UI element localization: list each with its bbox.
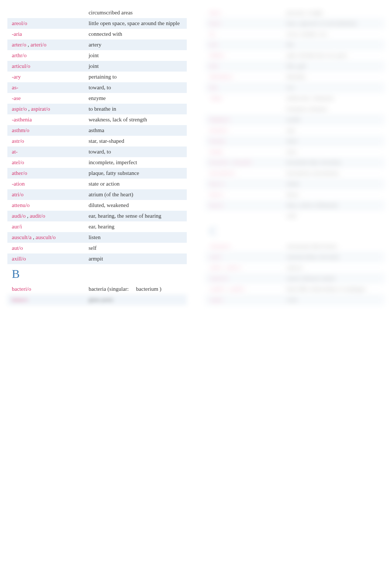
entry-terms: bronch/o , bronch/i: [210, 159, 286, 166]
entry-definition: asthma: [89, 127, 182, 134]
glossary-entry: atel/oincomplete, imperfect: [7, 157, 187, 168]
term-link[interactable]: arter/o: [12, 42, 26, 48]
term-link[interactable]: bronch/i: [234, 159, 252, 165]
term-link[interactable]: -ation: [12, 181, 25, 187]
entry-definition: weakness, lack of strength: [89, 117, 182, 123]
entry-definition: star, star-shaped: [89, 138, 182, 144]
term-link[interactable]: -ase: [12, 95, 21, 101]
entry-terms: asthm/o: [12, 127, 89, 134]
term-link[interactable]: bacteri/o: [12, 286, 31, 292]
term-link[interactable]: brachy-: [210, 138, 227, 144]
term-link[interactable]: asthm/o: [12, 127, 30, 133]
entry-terms: blephar/o: [210, 117, 286, 123]
entry-terms: -aria: [12, 31, 89, 37]
glossary-entry: bucc/ocheek: [205, 179, 385, 189]
term-link[interactable]: bin-: [210, 84, 219, 90]
term-link[interactable]: atel/o: [12, 159, 24, 165]
term-link[interactable]: bil/i: [210, 63, 219, 69]
term-link[interactable]: bronchiol/o: [210, 170, 235, 176]
term-link[interactable]: burs/o: [210, 192, 224, 197]
entry-terms: burs/o: [210, 192, 286, 198]
glossary-entry: bi/olife: [205, 39, 385, 50]
term-link[interactable]: aur/i: [12, 224, 22, 230]
section-letter-b: B: [7, 264, 187, 284]
entry-definition: heart (Bls relationship to esophagus: [286, 286, 380, 292]
term-link[interactable]: axill/o: [12, 256, 26, 262]
glossary-entry: audi/o , audit/oear, hearing, the sense …: [7, 211, 187, 221]
entry-definition: armpit: [89, 256, 182, 262]
term-link[interactable]: bar/o: [210, 10, 221, 15]
term-link[interactable]: calcane/o: [210, 243, 231, 249]
term-link[interactable]: audi/o: [12, 213, 26, 219]
term-link[interactable]: arteri/o: [30, 42, 46, 48]
term-link[interactable]: bas/o: [210, 20, 221, 26]
entry-terms: -ase: [12, 95, 89, 101]
entry-terms: bil/i: [210, 63, 286, 69]
entry-definition: joint: [89, 52, 182, 59]
term-link[interactable]: aspirat/o: [31, 106, 50, 112]
term-link[interactable]: bilirubin/o: [210, 74, 233, 80]
term-link[interactable]: cardi/a: [229, 286, 244, 292]
term-link[interactable]: areol/o: [12, 20, 27, 26]
term-link[interactable]: as-: [12, 84, 18, 90]
entry-definition: twice, double, two: [286, 31, 380, 37]
term-link[interactable]: byss/o: [210, 202, 224, 208]
entry-definition: bile, gall: [286, 63, 380, 69]
term-link[interactable]: carp/o: [210, 297, 223, 303]
term-link[interactable]: -blast: [210, 95, 222, 101]
term-link[interactable]: auscult/o: [36, 234, 56, 240]
term-link[interactable]: arthr/o: [12, 52, 27, 58]
entry-terms: at-: [12, 149, 89, 155]
glossary-entry: bil/ibile, gall: [205, 61, 385, 72]
entry-definition: little open space, space around the nipp…: [89, 20, 182, 27]
term-link[interactable]: bi-: [210, 31, 216, 37]
term-link[interactable]: balan/o: [12, 297, 28, 303]
term-link[interactable]: cardi/o: [210, 286, 225, 292]
term-link[interactable]: cancer/o: [210, 275, 228, 281]
term-link[interactable]: bucc/o: [210, 181, 224, 187]
entry-definition: diluted, weakened: [89, 202, 182, 208]
entry-definition: pressure, weight: [286, 10, 380, 16]
glossary-entry: bifid/osplit, divided into two parts: [205, 50, 385, 61]
glossary-entry: aur/iear, hearing: [7, 221, 187, 232]
term-link[interactable]: ather/o: [12, 170, 27, 176]
glossary-entry: articul/ojoint: [7, 61, 187, 72]
term-link[interactable]: astr/o: [12, 138, 24, 144]
entry-definition: incomplete, imperfect: [89, 159, 182, 166]
entry-terms: axill/o: [12, 256, 89, 262]
term-link[interactable]: aut/o: [12, 245, 23, 251]
entry-terms: aspir/o , aspirat/o: [12, 106, 89, 112]
glossary-entry: bronch/o , bronch/ibronchial tube, bronc…: [205, 157, 385, 168]
term-link[interactable]: at-: [12, 149, 18, 155]
term-link[interactable]: atri/o: [12, 192, 24, 197]
entry-definition: calcium (lime, the heel): [286, 254, 380, 260]
glossary-entry: areol/olittle open space, space around t…: [7, 18, 187, 29]
entry-definition: to breathe in: [89, 106, 182, 112]
term-link[interactable]: aspir/o: [12, 106, 27, 112]
term-link[interactable]: bifid/o: [210, 52, 224, 58]
term-link[interactable]: brachi/o: [210, 127, 228, 133]
term-link[interactable]: auscult/a: [12, 234, 31, 240]
glossary-entry: as-toward, to: [7, 82, 187, 93]
term-link[interactable]: audit/o: [30, 213, 45, 219]
term-link[interactable]: -aria: [12, 31, 22, 37]
entry-definition: embryonic, immature: [286, 95, 380, 101]
term-link[interactable]: -ary: [12, 74, 21, 80]
term-link[interactable]: blephar/o: [210, 117, 231, 123]
glossary-entry: cardi/o , cardi/aheart (Bls relationship…: [205, 284, 385, 294]
term-link[interactable]: bronch/o: [210, 159, 229, 165]
glossary-entry: axill/oarmpit: [7, 253, 187, 264]
term-link[interactable]: bi/o: [210, 42, 218, 48]
entry-definition: circumscribed areas: [89, 10, 182, 16]
term-link[interactable]: calc/i: [210, 254, 221, 260]
term-link[interactable]: cali/o: [210, 265, 222, 270]
entry-definition: calyces: [286, 265, 380, 271]
glossary-entry: bas/obase, opposite of acid (alkaline): [205, 18, 385, 29]
entry-terms: brachy-: [210, 138, 286, 144]
term-link[interactable]: brady-: [210, 149, 224, 155]
term-link[interactable]: articul/o: [12, 63, 30, 69]
term-link[interactable]: calic/o: [226, 265, 241, 270]
entry-definition: bronchiole, bronchiolus: [286, 170, 380, 176]
term-link[interactable]: -asthenia: [12, 117, 32, 123]
term-link[interactable]: attenu/o: [12, 202, 30, 208]
